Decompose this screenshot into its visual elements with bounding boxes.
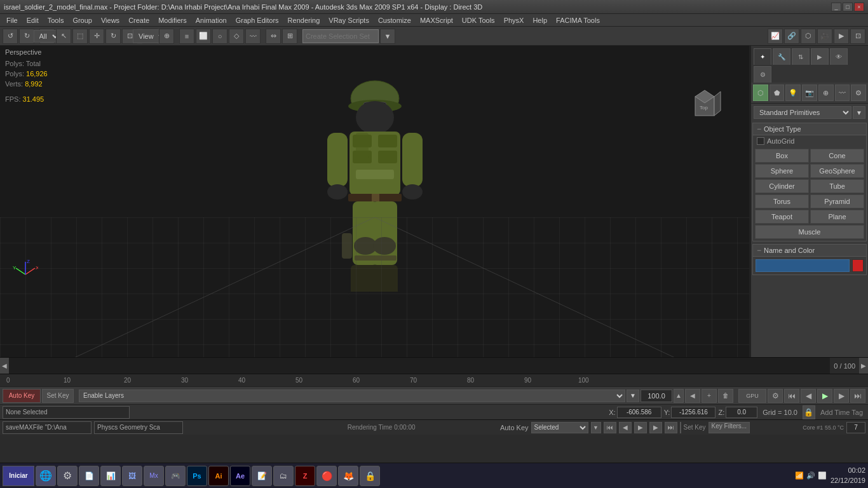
trash-key[interactable]: 🗑 (718, 389, 733, 403)
menu-maxscript[interactable]: MAXScript (416, 15, 457, 25)
x-coord-input[interactable] (617, 407, 661, 418)
object-name-input[interactable] (756, 259, 850, 272)
volume-icon[interactable]: 🔊 (806, 471, 815, 480)
taskbar-app-notepad[interactable]: 📝 (252, 466, 272, 486)
pyramid-button[interactable]: Pyramid (810, 194, 864, 208)
move-button[interactable]: ✛ (89, 29, 104, 44)
cone-button[interactable]: Cone (810, 149, 864, 163)
icon-helpers[interactable]: ⊕ (818, 85, 834, 101)
menu-help[interactable]: Help (529, 15, 551, 25)
create-sel-dropdown[interactable]: ▼ (380, 29, 395, 44)
close-button[interactable]: × (854, 3, 864, 11)
nav-prev-key[interactable]: ⏮ (604, 422, 616, 433)
cylinder-button[interactable]: Cylinder (755, 179, 809, 193)
sphere-button[interactable]: Sphere (755, 164, 809, 178)
icon-shapes[interactable]: ⬟ (770, 85, 785, 101)
key-filters-btn[interactable]: Key Filters... (709, 422, 750, 433)
start-button[interactable]: Iniciar (3, 466, 34, 486)
menu-facima-tools[interactable]: FACIMA Tools (552, 15, 604, 25)
select-filter[interactable]: All (39, 29, 55, 44)
icon-systems[interactable]: ⚙ (851, 85, 866, 101)
render-setup-btn[interactable]: 🎥 (817, 29, 832, 44)
selected-dropdown[interactable]: Selected (531, 422, 588, 433)
taskbar-app-ai[interactable]: Ai (208, 466, 229, 486)
rect-select[interactable]: ⬜ (196, 29, 211, 44)
menu-graph-editors[interactable]: Graph Editors (232, 15, 283, 25)
menu-physx[interactable]: PhysX (500, 15, 528, 25)
window-controls[interactable]: _ □ × (831, 3, 864, 11)
mat-editor-btn[interactable]: ⬡ (801, 29, 816, 44)
rotate-button[interactable]: ↻ (105, 29, 121, 44)
muscle-button[interactable]: Muscle (755, 225, 864, 239)
taskbar-app-4[interactable]: 📊 (100, 466, 121, 486)
menu-vray-scripts[interactable]: VRay Scripts (325, 15, 373, 25)
play-anim-btn[interactable]: ▶ (817, 389, 832, 403)
render-last-btn[interactable]: ⊡ (850, 29, 865, 44)
mirror-button[interactable]: ⇔ (266, 29, 281, 44)
taskbar-app-lock[interactable]: 🔒 (360, 466, 380, 486)
menu-animation[interactable]: Animation (192, 15, 231, 25)
nav-next-frame[interactable]: ▶ (649, 422, 662, 433)
redo-button[interactable]: ↻ (19, 29, 34, 44)
icon-spacewarps[interactable]: 〰 (835, 85, 850, 101)
taskbar-app-3[interactable]: 📄 (79, 466, 99, 486)
geosphere-button[interactable]: GeoSphere (810, 164, 864, 178)
menu-file[interactable]: File (3, 15, 22, 25)
reference-coord-select[interactable]: View (142, 29, 158, 44)
go-end-btn[interactable]: ⏭ (850, 389, 865, 403)
prev-frame-btn[interactable]: ◀ (801, 389, 816, 403)
minimize-button[interactable]: _ (831, 3, 841, 11)
timeline-scroll-left[interactable]: ◀ (0, 358, 9, 374)
circ-select[interactable]: ○ (212, 29, 227, 44)
taskbar-app-game[interactable]: 🎮 (165, 466, 186, 486)
schematic-btn[interactable]: 🔗 (784, 29, 799, 44)
menu-group[interactable]: Group (69, 15, 96, 25)
taskbar-app-2[interactable]: ⚙ (57, 466, 78, 486)
nav-play[interactable]: ▶ (634, 422, 647, 433)
menu-views[interactable]: Views (97, 15, 123, 25)
select-button[interactable]: ↖ (56, 29, 71, 44)
menu-edit[interactable]: Edit (23, 15, 43, 25)
icon-cameras[interactable]: 📷 (802, 85, 817, 101)
taskbar-app-5[interactable]: 🖼 (122, 466, 142, 486)
nav-next-key[interactable]: ⏭ (665, 422, 677, 433)
timeline-scroll-right[interactable]: ▶ (859, 358, 868, 374)
add-keys[interactable]: + (702, 389, 717, 403)
auto-key-toggle[interactable]: Auto Key (3, 389, 41, 403)
icon-geometry[interactable]: ⬡ (753, 85, 768, 101)
menu-rendering[interactable]: Rendering (284, 15, 324, 25)
time-unit-btn[interactable]: ▲ (674, 389, 684, 403)
taskbar-app-chrome[interactable]: 🔴 (316, 466, 337, 486)
gpu-btn[interactable]: GPU (738, 389, 766, 403)
tab-modify[interactable]: 🔧 (773, 48, 790, 65)
tab-utilities[interactable]: ⚙ (754, 66, 771, 83)
color-swatch[interactable] (852, 259, 864, 272)
primitive-dropdown-btn[interactable]: ▼ (853, 106, 865, 119)
tube-button[interactable]: Tube (810, 179, 864, 193)
autogrid-checkbox[interactable] (757, 137, 764, 145)
undo-button[interactable]: ↺ (3, 29, 18, 44)
taskbar-app-ae[interactable]: Ae (230, 466, 250, 486)
icon-lights[interactable]: 💡 (785, 85, 801, 101)
tab-motion[interactable]: ▶ (811, 48, 829, 65)
taskbar-app-1[interactable]: 🌐 (36, 466, 56, 486)
select-region-button[interactable]: ⬚ (72, 29, 88, 44)
section-collapse-icon[interactable]: − (757, 125, 761, 133)
play-btn[interactable]: ⚙ (768, 389, 783, 403)
time-value-input[interactable] (641, 390, 672, 402)
network-icon[interactable]: 📶 (795, 471, 804, 480)
viewport-3d[interactable]: Perspective Polys: Total Polys: 16,926 V… (0, 46, 750, 357)
home-cube[interactable]: Top (686, 84, 724, 122)
align-button[interactable]: ⊞ (282, 29, 297, 44)
timeline-track[interactable] (9, 358, 830, 374)
taskbar-app-maxscript[interactable]: Mx (144, 466, 164, 486)
menu-create[interactable]: Create (125, 15, 153, 25)
primitive-type-select[interactable]: Standard Primitives (754, 106, 851, 119)
layer-dropdown-btn[interactable]: ▼ (627, 390, 639, 402)
menu-tools[interactable]: Tools (44, 15, 68, 25)
maximize-button[interactable]: □ (843, 3, 853, 11)
create-selection-set-input[interactable] (302, 29, 379, 43)
tab-create[interactable]: ✦ (754, 48, 771, 65)
add-time-tag[interactable]: Add Time Tag (818, 409, 865, 416)
nav-prev-frame[interactable]: ◀ (619, 422, 632, 433)
